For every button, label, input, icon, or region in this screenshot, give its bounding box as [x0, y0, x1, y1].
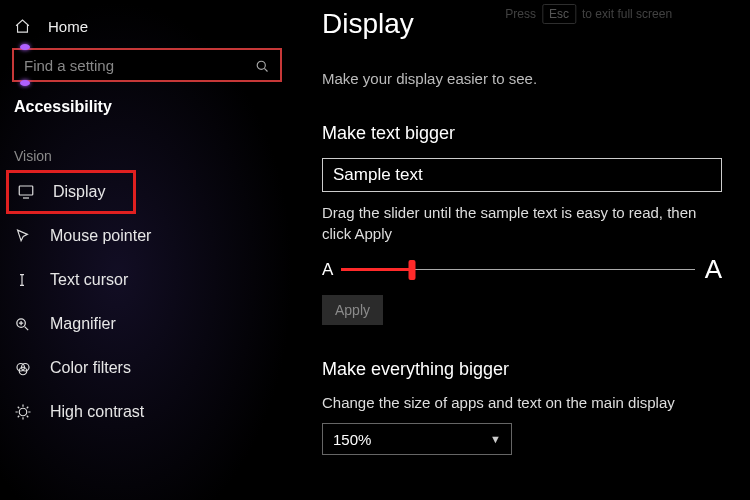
sidebar-item-label: Display: [53, 183, 105, 201]
handle-dot: [20, 44, 30, 50]
slider-instruction: Drag the slider until the sample text is…: [322, 202, 722, 244]
sidebar-item-label: Text cursor: [50, 271, 128, 289]
text-cursor-icon: [14, 271, 36, 289]
monitor-icon: [17, 183, 39, 201]
hint-rest: to exit full screen: [582, 7, 672, 21]
scale-description: Change the size of apps and text on the …: [322, 394, 722, 411]
home-icon: [14, 18, 36, 35]
slider-thumb[interactable]: [409, 260, 416, 280]
hint-press: Press: [505, 7, 536, 21]
sidebar-item-display[interactable]: Display: [6, 170, 136, 214]
sidebar-item-mouse-pointer[interactable]: Mouse pointer: [0, 214, 294, 258]
sidebar-item-color-filters[interactable]: Color filters: [0, 346, 294, 390]
scale-value: 150%: [333, 431, 371, 448]
slider-track-empty: [412, 269, 695, 270]
sidebar-item-label: High contrast: [50, 403, 144, 421]
big-a-label: A: [705, 254, 722, 285]
apply-button[interactable]: Apply: [322, 295, 383, 325]
sidebar-item-label: Color filters: [50, 359, 131, 377]
scale-dropdown[interactable]: 150% ▼: [322, 423, 512, 455]
sidebar-item-magnifier[interactable]: Magnifier: [0, 302, 294, 346]
text-size-slider-row: A A: [322, 254, 722, 285]
sidebar-item-high-contrast[interactable]: High contrast: [0, 390, 294, 434]
esc-key: Esc: [542, 4, 576, 24]
fullscreen-hint: Press Esc to exit full screen: [505, 4, 672, 24]
svg-point-0: [257, 61, 265, 69]
search-wrap: [0, 44, 294, 92]
page-subtitle: Make your display easier to see.: [322, 70, 722, 87]
sidebar-item-text-cursor[interactable]: Text cursor: [0, 258, 294, 302]
search-icon[interactable]: [255, 59, 270, 74]
section-make-text-bigger: Make text bigger: [322, 123, 722, 144]
sidebar: Home Accessibility Vision Display Mouse …: [0, 0, 294, 500]
svg-rect-1: [19, 186, 33, 195]
search-input[interactable]: [12, 48, 282, 82]
section-make-everything-bigger: Make everything bigger: [322, 359, 722, 380]
category-title: Accessibility: [0, 92, 294, 134]
chevron-down-icon: ▼: [490, 433, 501, 445]
sample-text-box: Sample text: [322, 158, 722, 192]
main-panel: Press Esc to exit full screen Display Ma…: [294, 0, 750, 500]
slider-track-filled: [341, 268, 412, 271]
color-filters-icon: [14, 359, 36, 377]
sidebar-item-label: Mouse pointer: [50, 227, 151, 245]
magnifier-icon: [14, 316, 36, 333]
contrast-icon: [14, 403, 36, 421]
home-nav[interactable]: Home: [0, 8, 294, 44]
cursor-icon: [14, 228, 36, 245]
svg-point-6: [19, 408, 27, 416]
home-label: Home: [48, 18, 88, 35]
text-size-slider[interactable]: [341, 259, 694, 281]
small-a-label: A: [322, 260, 333, 280]
handle-dot: [20, 80, 30, 86]
group-label: Vision: [0, 134, 294, 170]
sidebar-item-label: Magnifier: [50, 315, 116, 333]
